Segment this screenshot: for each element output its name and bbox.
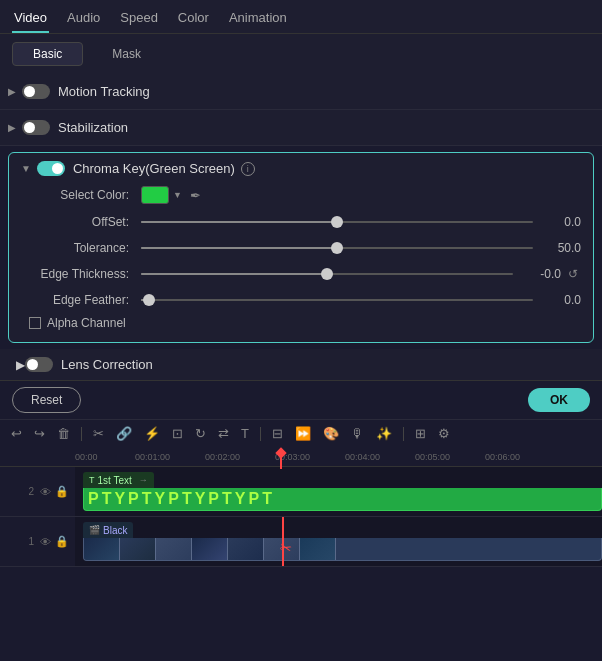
effects-icon[interactable]: ✨ [373,424,395,443]
alpha-channel-label: Alpha Channel [47,316,126,330]
toolbar: ↩ ↪ 🗑 ✂ 🔗 ⚡ ⊡ ↻ ⇄ T ⊟ ⏩ 🎨 🎙 ✨ ⊞ ⚙ [0,419,602,447]
video-thumbnails [84,538,336,560]
thumb-7 [300,538,336,561]
ok-button[interactable]: OK [528,388,590,412]
flip-icon[interactable]: ⇄ [215,424,232,443]
edge-feather-slider[interactable] [141,290,533,310]
track-num-1: 1 [28,536,34,547]
timeline: 00:00 00:01:00 00:02:00 00:03:00 00:04:0… [0,447,602,567]
reset-button[interactable]: Reset [12,387,81,413]
thumb-1 [84,538,120,561]
edge-thickness-reset-icon[interactable]: ↺ [565,266,581,282]
chroma-key-toggle[interactable] [37,161,65,176]
edge-feather-value: 0.0 [541,293,581,307]
chroma-key-info-icon[interactable]: i [241,162,255,176]
speed-icon[interactable]: ⏩ [292,424,314,443]
redo-icon[interactable]: ↪ [31,424,48,443]
ruler-mark-1: 00:01:00 [135,452,170,462]
sub-tab-mask[interactable]: Mask [91,42,162,66]
track-eye-icon-2[interactable]: 👁 [40,486,51,498]
stabilization-toggle[interactable] [22,120,50,135]
tab-animation[interactable]: Animation [227,6,289,33]
lens-correction-toggle[interactable] [25,357,53,372]
playhead-ruler [280,449,282,469]
text-clip-body[interactable]: PTYPTYPTYPTYPT [83,488,602,511]
toolbar-separator-3 [403,427,404,441]
add-track-icon[interactable]: ⊞ [412,424,429,443]
text-clip-label: 1st Text [98,475,132,486]
undo-icon[interactable]: ↩ [8,424,25,443]
track-row-1: 1 👁 🔒 🎬 Black [0,517,602,567]
select-color-row: Select Color: ▼ ✒ [21,186,581,204]
thumb-3 [156,538,192,561]
crop-icon[interactable]: ⊡ [169,424,186,443]
color-icon[interactable]: 🎨 [320,424,342,443]
chroma-key-header: ▼ Chroma Key(Green Screen) i [21,161,581,176]
split-icon[interactable]: ⊟ [269,424,286,443]
tab-video[interactable]: Video [12,6,49,33]
ruler-mark-4: 00:04:00 [345,452,380,462]
lens-correction-section: ▶ Lens Correction [0,349,602,380]
track-controls-1: 1 👁 🔒 [0,517,75,566]
video-clip-body[interactable] [83,538,602,561]
offset-slider[interactable] [141,212,533,232]
color-dropdown-icon[interactable]: ▼ [173,190,182,200]
tab-color[interactable]: Color [176,6,211,33]
text-clip-content: PTYPTYPTYPTYPT [84,490,279,508]
edge-thickness-label: Edge Thickness: [29,267,129,281]
track-content-1: 🎬 Black ✂ [75,517,602,566]
edge-thickness-row: Edge Thickness: -0.0 ↺ [21,264,581,284]
lens-correction-chevron[interactable]: ▶ [16,358,25,372]
chroma-key-label: Chroma Key(Green Screen) [73,161,235,176]
tab-audio[interactable]: Audio [65,6,102,33]
text-clip-arrow: → [139,475,148,485]
tab-bar: Video Audio Speed Color Animation [0,0,602,34]
timeline-ruler: 00:00 00:01:00 00:02:00 00:03:00 00:04:0… [0,447,602,467]
motion-tracking-section: ▶ Motion Tracking [0,74,602,110]
chroma-key-chevron[interactable]: ▼ [21,163,31,174]
voice-icon[interactable]: 🎙 [348,424,367,443]
tolerance-row: Tolerance: 50.0 [21,238,581,258]
track-num-2: 2 [28,486,34,497]
offset-label: OffSet: [29,215,129,229]
thumb-4 [192,538,228,561]
track-row-2: 2 👁 🔒 T 1st Text → PTYPTYPTYPTYPT [0,467,602,517]
sub-tab-bar: Basic Mask [0,34,602,74]
video-clip-icon: 🎬 [89,525,100,535]
motion-tracking-toggle[interactable] [22,84,50,99]
track-lock-icon-1[interactable]: 🔒 [55,535,69,548]
edge-feather-label: Edge Feather: [29,293,129,307]
tolerance-slider[interactable] [141,238,533,258]
ruler-mark-5: 00:05:00 [415,452,450,462]
edge-thickness-slider[interactable] [141,264,513,284]
edge-thickness-value: -0.0 [521,267,561,281]
tab-speed[interactable]: Speed [118,6,160,33]
select-color-label: Select Color: [29,188,129,202]
rotate-icon[interactable]: ↻ [192,424,209,443]
track-controls-2: 2 👁 🔒 [0,467,75,516]
motion-tracking-chevron[interactable]: ▶ [8,86,16,97]
color-swatch[interactable] [141,186,169,204]
chroma-key-section: ▼ Chroma Key(Green Screen) i Select Colo… [8,152,594,343]
link-icon[interactable]: 🔗 [113,424,135,443]
offset-value: 0.0 [541,215,581,229]
eyedropper-icon[interactable]: ✒ [190,188,201,203]
lens-correction-label: Lens Correction [61,357,153,372]
bottom-bar: Reset OK [0,380,602,419]
tolerance-value: 50.0 [541,241,581,255]
alpha-channel-row: Alpha Channel [21,316,581,330]
delete-icon[interactable]: 🗑 [54,424,73,443]
text-icon[interactable]: T [238,424,252,443]
stabilization-chevron[interactable]: ▶ [8,122,16,133]
ripple-icon[interactable]: ⚡ [141,424,163,443]
settings-icon[interactable]: ⚙ [435,424,453,443]
alpha-channel-checkbox[interactable] [29,317,41,329]
edge-feather-row: Edge Feather: 0.0 [21,290,581,310]
track-eye-icon-1[interactable]: 👁 [40,536,51,548]
track-lock-icon-2[interactable]: 🔒 [55,485,69,498]
offset-row: OffSet: 0.0 [21,212,581,232]
cut-icon[interactable]: ✂ [90,424,107,443]
sub-tab-basic[interactable]: Basic [12,42,83,66]
ruler-mark-2: 00:02:00 [205,452,240,462]
toolbar-separator-2 [260,427,261,441]
